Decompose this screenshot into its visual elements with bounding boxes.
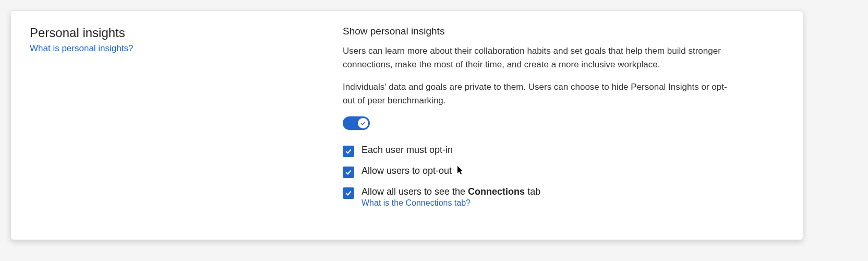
checkmark-icon [360, 120, 366, 126]
option-opt-out-label: Allow users to opt-out [361, 165, 465, 177]
option-opt-out-row: Allow users to opt-out [343, 165, 784, 178]
what-is-connections-tab-link[interactable]: What is the Connections tab? [361, 198, 540, 208]
option-connections-checkbox[interactable] [343, 187, 354, 199]
checkmark-icon [345, 169, 352, 176]
personal-insights-card: Personal insights What is personal insig… [10, 10, 803, 240]
toggle-row [343, 116, 784, 130]
settings-description-2: Individuals' data and goals are private … [343, 80, 739, 107]
what-is-personal-insights-link[interactable]: What is personal insights? [30, 43, 133, 53]
option-opt-in-label: Each user must opt-in [361, 145, 453, 156]
checkmark-icon [345, 189, 352, 197]
option-connections-label: Allow all users to see the Connections t… [361, 186, 540, 208]
show-personal-insights-toggle[interactable] [343, 116, 370, 130]
option-connections-row: Allow all users to see the Connections t… [343, 186, 784, 208]
section-title: Personal insights [30, 26, 322, 40]
settings-heading: Show personal insights [343, 26, 784, 37]
cursor-icon [457, 166, 465, 177]
section-header-column: Personal insights What is personal insig… [30, 26, 322, 225]
checkmark-icon [345, 148, 352, 155]
toggle-knob [358, 118, 368, 128]
settings-description-1: Users can learn more about their collabo… [343, 44, 739, 71]
option-opt-out-checkbox[interactable] [343, 167, 354, 178]
option-opt-in-checkbox[interactable] [343, 146, 354, 157]
option-opt-in-row: Each user must opt-in [343, 145, 784, 157]
settings-column: Show personal insights Users can learn m… [343, 26, 784, 225]
